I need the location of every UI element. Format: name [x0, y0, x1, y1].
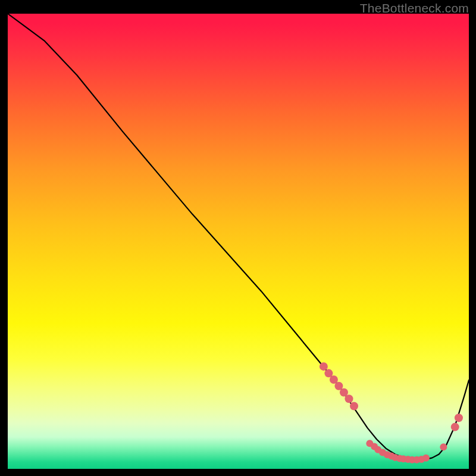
dot	[451, 423, 459, 431]
dot	[320, 362, 328, 371]
chart-frame: TheBottleneck.com	[0, 0, 476, 476]
dot	[455, 414, 463, 422]
watermark-text: TheBottleneck.com	[360, 1, 469, 15]
dot	[350, 402, 358, 410]
dot	[422, 455, 430, 462]
plot-area	[8, 14, 469, 469]
curve-line	[8, 14, 469, 460]
dot	[440, 443, 447, 450]
chart-svg	[8, 14, 469, 469]
highlight-dots	[320, 362, 463, 464]
dot	[345, 394, 353, 403]
